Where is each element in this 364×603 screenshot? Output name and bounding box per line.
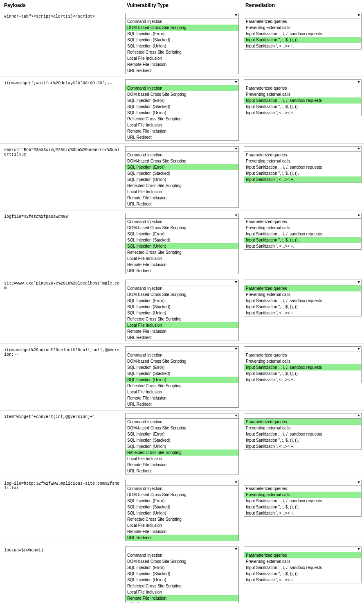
vuln-item[interactable]: SQL Injection (Stacked) (126, 37, 238, 43)
vuln-item[interactable]: URL Redirect (126, 601, 238, 603)
remediation-item[interactable]: Preventing external calls (244, 425, 361, 431)
vuln-item[interactable]: SQL Injection (Error) (126, 431, 238, 437)
vuln-item[interactable]: Command Injection (126, 352, 238, 358)
remediation-cell[interactable]: ▼Parameterized queriesPreventing externa… (241, 280, 364, 316)
dropdown-arrow-icon[interactable]: ▼ (358, 414, 360, 418)
vuln-item[interactable]: Local File Inclusion (126, 122, 238, 128)
vuln-item[interactable]: Command Injection (126, 552, 238, 558)
dropdown-arrow-icon[interactable]: ▼ (358, 14, 360, 18)
vuln-cell[interactable]: ▼Command InjectionDOM-based Cross Site S… (123, 547, 241, 603)
vuln-cell[interactable]: ▼Command InjectionDOM-based Cross Site S… (123, 413, 241, 474)
dropdown-arrow-icon[interactable]: ▼ (235, 147, 237, 151)
vuln-item[interactable]: Remote File Inclusion (126, 595, 238, 601)
dropdown-arrow-icon[interactable]: ▼ (358, 481, 360, 485)
vuln-item[interactable]: Remote File Inclusion (126, 528, 238, 535)
vuln-item[interactable]: SQL Injection (Stacked) (126, 237, 238, 243)
vuln-cell[interactable]: ▼Command InjectionDOM-based Cross Site S… (123, 480, 241, 541)
remediation-item[interactable]: Input Sanitizatin ', <...>< +. (244, 577, 361, 583)
remediation-item[interactable]: Preventing external calls (244, 91, 361, 97)
vuln-item[interactable]: Command Injection (126, 419, 238, 425)
vuln-item[interactable]: SQL Injection (Error) (126, 231, 238, 237)
remediation-item[interactable]: Input Sanitizatin ', <...>< +. (244, 443, 361, 449)
vuln-item[interactable]: DOM-based Cross Site Scripting (126, 91, 238, 97)
dropdown-arrow-icon[interactable]: ▼ (235, 280, 237, 285)
remediation-item[interactable]: Input Sanitization ", :, $, (), (). (244, 237, 361, 243)
remediation-item[interactable]: Input Sanitization ", :, $, (), (). (244, 504, 361, 510)
vuln-item[interactable]: DOM-based Cross Site Scripting (126, 425, 238, 431)
dropdown-arrow-icon[interactable]: ▼ (235, 14, 237, 18)
remediation-item[interactable]: Input Sanitization .., \, /, sandbox req… (244, 565, 361, 571)
remediation-item[interactable]: Preventing external calls (244, 25, 361, 31)
vuln-item[interactable]: SQL Injection (Stacked) (126, 104, 238, 110)
remediation-item[interactable]: Preventing external calls (244, 225, 361, 231)
dropdown-arrow-icon[interactable]: ▼ (235, 347, 237, 351)
remediation-item[interactable]: Input Sanitization .., \, /, sandbox req… (244, 164, 361, 170)
remediation-item[interactable]: Input Sanitizatin ', <...>< +. (244, 110, 361, 116)
remediation-item[interactable]: Parameterized queries (244, 486, 361, 492)
vuln-item[interactable]: SQL Injection (Error) (126, 31, 238, 37)
vuln-cell[interactable]: ▼Command InjectionDOM-based Cross Site S… (123, 346, 241, 408)
remediation-item[interactable]: Input Sanitization .., \, /, sandbox req… (244, 431, 361, 437)
remediation-item[interactable]: Parameterized queries (244, 219, 361, 225)
remediation-item[interactable]: Input Sanitizatin ', <...>< +. (244, 510, 361, 516)
remediation-item[interactable]: Input Sanitization ", :, $, (), (). (244, 437, 361, 443)
vuln-item[interactable]: Reflected Cross Site Scripting (126, 516, 238, 522)
vuln-item[interactable]: SQL Injection (Error) (126, 298, 238, 304)
vuln-item[interactable]: Local File Inclusion (126, 589, 238, 595)
vuln-item[interactable]: Remote File Inclusion (126, 462, 238, 468)
vuln-item[interactable]: SQL Injection (Union) (126, 110, 238, 116)
vuln-cell[interactable]: ▼Command InjectionDOM-based Cross Site S… (123, 146, 241, 208)
remediation-item[interactable]: Input Sanitizatin ', <...>< +. (244, 310, 361, 316)
dropdown-arrow-icon[interactable]: ▼ (235, 80, 237, 84)
vuln-item[interactable]: Reflected Cross Site Scripting (126, 383, 238, 389)
vuln-item[interactable]: Reflected Cross Site Scripting (126, 183, 238, 189)
remediation-item[interactable]: Input Sanitization .., \, /, sandbox req… (244, 298, 361, 304)
dropdown-arrow-icon[interactable]: ▼ (235, 414, 237, 418)
vuln-cell[interactable]: ▼Command InjectionDOM-based Cross Site S… (123, 280, 241, 341)
remediation-item[interactable]: Input Sanitizatin ', <...>< +. (244, 43, 361, 49)
dropdown-arrow-icon[interactable]: ▼ (358, 547, 360, 551)
remediation-item[interactable]: Parameterized queries (244, 18, 361, 25)
vuln-item[interactable]: Reflected Cross Site Scripting (126, 249, 238, 255)
vuln-item[interactable]: URL Redirect (126, 268, 238, 274)
vuln-item[interactable]: Remote File Inclusion (126, 395, 238, 401)
vuln-item[interactable]: Remote File Inclusion (126, 128, 238, 134)
vuln-item[interactable]: SQL Injection (Union) (126, 510, 238, 516)
dropdown-arrow-icon[interactable]: ▼ (358, 214, 360, 218)
vuln-item[interactable]: Command Injection (126, 152, 238, 158)
vuln-item[interactable]: SQL Injection (Error) (126, 164, 238, 170)
vuln-item[interactable]: Remote File Inclusion (126, 195, 238, 201)
remediation-item[interactable]: Preventing external calls (244, 358, 361, 364)
vuln-cell[interactable]: ▼Command InjectionDOM-based Cross Site S… (123, 213, 241, 274)
remediation-item[interactable]: Input Sanitizatin ', <...>< +. (244, 243, 361, 249)
vuln-item[interactable]: DOM-based Cross Site Scripting (126, 158, 238, 164)
vuln-item[interactable]: URL Redirect (126, 334, 238, 341)
remediation-cell[interactable]: ▼Parameterized queriesPreventing externa… (241, 547, 364, 583)
vuln-item[interactable]: Reflected Cross Site Scripting (126, 316, 238, 322)
vuln-item[interactable]: Remote File Inclusion (126, 61, 238, 68)
vuln-item[interactable]: Local File Inclusion (126, 255, 238, 262)
vuln-item[interactable]: URL Redirect (126, 201, 238, 207)
remediation-item[interactable]: Input Sanitizatin ', <...>< +. (244, 377, 361, 383)
vuln-item[interactable]: Command Injection (126, 85, 238, 91)
vuln-item[interactable]: Remote File Inclusion (126, 328, 238, 334)
vuln-item[interactable]: URL Redirect (126, 68, 238, 74)
vuln-item[interactable]: SQL Injection (Union) (126, 443, 238, 449)
vuln-cell[interactable]: ▼Command InjectionDOM-based Cross Site S… (123, 79, 241, 141)
dropdown-arrow-icon[interactable]: ▼ (358, 280, 360, 285)
dropdown-arrow-icon[interactable]: ▼ (358, 347, 360, 351)
remediation-item[interactable]: Input Sanitization ", :, $, (), (). (244, 370, 361, 377)
vuln-item[interactable]: SQL Injection (Stacked) (126, 504, 238, 510)
vuln-item[interactable]: SQL Injection (Union) (126, 377, 238, 383)
remediation-item[interactable]: Parameterized queries (244, 152, 361, 158)
remediation-item[interactable]: Input Sanitization ", :, $, (), (). (244, 104, 361, 110)
remediation-cell[interactable]: ▼Parameterized queriesPreventing externa… (241, 13, 364, 50)
vuln-item[interactable]: Local File Inclusion (126, 522, 238, 528)
dropdown-arrow-icon[interactable]: ▼ (235, 547, 237, 551)
remediation-item[interactable]: Preventing external calls (244, 158, 361, 164)
vuln-item[interactable]: Reflected Cross Site Scripting (126, 116, 238, 122)
remediation-item[interactable]: Input Sanitization .., \, /, sandbox req… (244, 97, 361, 104)
remediation-item[interactable]: Input Sanitization .., \, /, sandbox req… (244, 364, 361, 370)
vuln-item[interactable]: SQL Injection (Union) (126, 310, 238, 316)
vuln-item[interactable]: Local File Inclusion (126, 456, 238, 462)
